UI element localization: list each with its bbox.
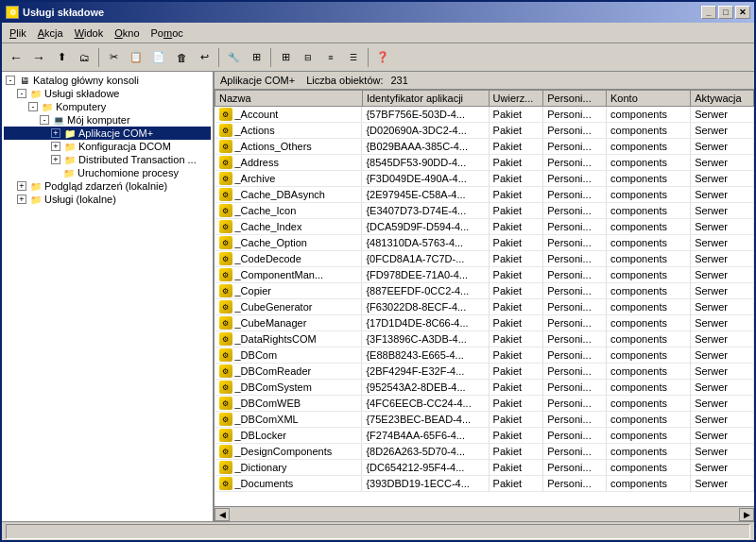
expand-distributed[interactable]: +: [51, 155, 60, 164]
hscroll-right-btn[interactable]: ▶: [739, 508, 754, 521]
main-content: - 🖥 Katalog główny konsoli - 📁 Usługi sk…: [2, 72, 754, 521]
menu-plik[interactable]: Plik: [4, 25, 32, 41]
table-row[interactable]: ⚙_DBComWEB{4FC6EECB-CC24-4...PakietPerso…: [215, 396, 754, 412]
table-row[interactable]: ⚙_Actions{D020690A-3DC2-4...PakietPerson…: [215, 123, 754, 139]
cell-activation: Serwer: [691, 283, 754, 299]
table-row[interactable]: ⚙_CubeGenerator{F63022D8-8ECF-4...Pakiet…: [215, 299, 754, 315]
cell-account: components: [607, 315, 691, 331]
forward-button[interactable]: →: [28, 47, 49, 68]
tree-item-uruchomione[interactable]: 📁 Uruchomione procesy: [4, 166, 211, 179]
col-header-appid[interactable]: Identyfikator aplikacji: [362, 91, 489, 107]
table-row[interactable]: ⚙_Cache_Option{481310DA-5763-4...PakietP…: [215, 235, 754, 251]
col-header-name[interactable]: Nazwa: [215, 91, 363, 107]
right-panel: Aplikacje COM+ Liczba obiektów: 231 Nazw…: [215, 72, 754, 521]
cell-person: Personi...: [543, 187, 607, 203]
menu-widok[interactable]: Widok: [69, 25, 110, 41]
cell-name: ⚙_Archive: [215, 171, 363, 186]
menu-pomoc[interactable]: Pomoc: [146, 25, 189, 41]
cut-button[interactable]: ✂: [103, 47, 124, 68]
table-row[interactable]: ⚙_Cache_Icon{E3407D73-D74E-4...PakietPer…: [215, 203, 754, 219]
table-row[interactable]: ⚙_DBComReader{2BF4294F-E32F-4...PakietPe…: [215, 364, 754, 380]
properties-button[interactable]: ⊞: [246, 47, 266, 68]
col-header-activation[interactable]: Aktywacja: [691, 91, 754, 107]
expand-komputery[interactable]: -: [28, 102, 38, 111]
cell-person: Personi...: [543, 123, 607, 139]
paste-button[interactable]: 📄: [148, 47, 169, 68]
cell-activation: Serwer: [691, 299, 754, 315]
expand-aplikacje[interactable]: +: [51, 128, 60, 138]
cell-name: ⚙_CubeGenerator: [215, 299, 363, 314]
title-bar: ⚙ Usługi składowe _ □ ✕: [2, 2, 754, 23]
table-row[interactable]: ⚙_DesignComponents{8D26A263-5D70-4...Pak…: [215, 444, 754, 460]
table-row[interactable]: ⚙_Archive{F3D049DE-490A-4...PakietPerson…: [215, 171, 754, 187]
small-icons-button[interactable]: ⊟: [298, 47, 318, 68]
table-row[interactable]: ⚙_Cache_Index{DCA59D9F-D594-4...PakietPe…: [215, 219, 754, 235]
tree-item-uslugi[interactable]: - 📁 Usługi składowe: [4, 87, 211, 100]
table-row[interactable]: ⚙_CodeDecode{0FCD8A1A-7C7D-...PakietPers…: [215, 251, 754, 267]
col-header-auth[interactable]: Uwierz...: [489, 91, 543, 107]
maximize-button[interactable]: □: [718, 6, 733, 19]
table-container[interactable]: Nazwa Identyfikator aplikacji Uwierz... …: [215, 90, 754, 506]
table-row[interactable]: ⚙_Documents{393DBD19-1ECC-4...PakietPers…: [215, 476, 754, 492]
tree-item-root[interactable]: - 🖥 Katalog główny konsoli: [4, 74, 211, 87]
help-button[interactable]: ❓: [372, 47, 393, 68]
menu-akcja[interactable]: Akcja: [32, 25, 69, 41]
cell-activation: Serwer: [691, 460, 754, 476]
undo-button[interactable]: ↩: [194, 47, 215, 68]
expand-root[interactable]: -: [6, 76, 15, 85]
col-header-person[interactable]: Personi...: [543, 91, 607, 107]
tree-item-podglad[interactable]: + 📁 Podgląd zdarzeń (lokalnie): [4, 179, 211, 193]
cell-auth: Pakiet: [489, 428, 543, 444]
folder-icon-distributed: 📁: [63, 154, 77, 165]
table-row[interactable]: ⚙_CubeManager{17D1D4DE-8C66-4...PakietPe…: [215, 315, 754, 331]
tree-item-aplikacje[interactable]: + 📁 Aplikacje COM+: [4, 127, 211, 140]
table-row[interactable]: ⚙_DBComXML{75E23BEC-BEAD-4...PakietPerso…: [215, 412, 754, 428]
copy-button[interactable]: 📋: [126, 47, 146, 68]
tree-item-konfiguracja[interactable]: + 📁 Konfiguracja DCOM: [4, 140, 211, 153]
horizontal-scrollbar[interactable]: ◀ ▶: [215, 506, 754, 521]
table-row[interactable]: ⚙_Copier{887EEFDF-0CC2-4...PakietPersoni…: [215, 283, 754, 299]
tree-item-komputery[interactable]: - 📁 Komputery: [4, 100, 211, 113]
tree-item-distributed[interactable]: + 📁 Distributed Transaction ...: [4, 153, 211, 166]
cell-auth: Pakiet: [489, 283, 543, 299]
table-row[interactable]: ⚙_Actions_Others{B029BAAA-385C-4...Pakie…: [215, 139, 754, 155]
expand-konfiguracja[interactable]: +: [51, 142, 60, 151]
hscroll-left-btn[interactable]: ◀: [215, 508, 230, 521]
tree-item-uslugilokalne[interactable]: + 📁 Usługi (lokalne): [4, 193, 211, 206]
expand-mojkomputer[interactable]: -: [40, 115, 49, 125]
expand-uslugi[interactable]: -: [17, 89, 26, 98]
table-row[interactable]: ⚙_Dictionary{DC654212-95F4-4...PakietPer…: [215, 460, 754, 476]
delete-button[interactable]: 🗑: [171, 47, 192, 68]
list-button[interactable]: ≡: [320, 47, 341, 68]
cell-name: ⚙_DBComXML: [215, 412, 363, 427]
cell-activation: Serwer: [691, 315, 754, 331]
row-icon: ⚙: [219, 108, 232, 121]
cell-auth: Pakiet: [489, 251, 543, 267]
table-row[interactable]: ⚙_ComponentMan...{FD978DEE-71A0-4...Paki…: [215, 267, 754, 283]
expand-podglad[interactable]: +: [17, 181, 26, 191]
tree-panel[interactable]: - 🖥 Katalog główny konsoli - 📁 Usługi sk…: [2, 72, 215, 521]
back-button[interactable]: ←: [6, 47, 26, 68]
cell-name: ⚙_Cache_DBAsynch: [215, 187, 363, 202]
close-button[interactable]: ✕: [735, 6, 750, 19]
show-hide-button[interactable]: 🗂: [74, 47, 94, 68]
cell-auth: Pakiet: [489, 315, 543, 331]
cell-account: components: [607, 123, 691, 139]
new-object-button[interactable]: 🔧: [223, 47, 244, 68]
up-button[interactable]: ⬆: [51, 47, 72, 68]
table-row[interactable]: ⚙_DBCom{E88B8243-E665-4...PakietPersoni.…: [215, 347, 754, 364]
hscroll-track[interactable]: [231, 510, 738, 519]
table-row[interactable]: ⚙_Account{57BF756E-503D-4...PakietPerson…: [215, 107, 754, 123]
large-icons-button[interactable]: ⊞: [275, 47, 296, 68]
table-row[interactable]: ⚙_Address{8545DF53-90DD-4...PakietPerson…: [215, 155, 754, 171]
menu-okno[interactable]: Okno: [109, 25, 145, 41]
detail-button[interactable]: ☰: [343, 47, 364, 68]
col-header-account[interactable]: Konto: [607, 91, 691, 107]
expand-uslugilokalne[interactable]: +: [17, 195, 26, 204]
minimize-button[interactable]: _: [701, 6, 716, 19]
table-row[interactable]: ⚙_DBComSystem{952543A2-8DEB-4...PakietPe…: [215, 380, 754, 396]
table-row[interactable]: ⚙_DBLocker{F274B4AA-65F6-4...PakietPerso…: [215, 428, 754, 444]
tree-item-mojkomputer[interactable]: - 💻 Mój komputer: [4, 113, 211, 127]
table-row[interactable]: ⚙_Cache_DBAsynch{2E97945E-C58A-4...Pakie…: [215, 187, 754, 203]
table-row[interactable]: ⚙_DataRightsCOM{3F13896C-A3DB-4...Pakiet…: [215, 331, 754, 347]
